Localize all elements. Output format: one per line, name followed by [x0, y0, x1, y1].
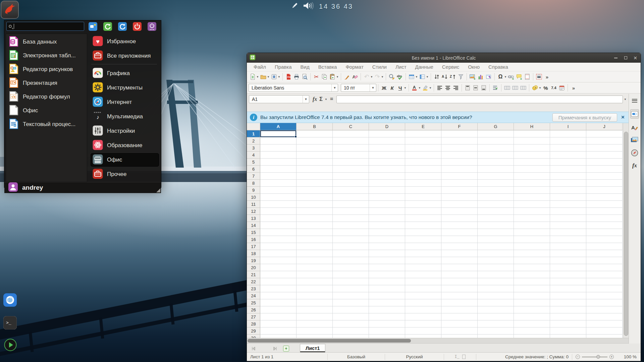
cell-F27[interactable] [441, 313, 478, 320]
cell-E6[interactable] [405, 166, 441, 173]
format-as-date-button[interactable] [558, 83, 566, 92]
cell-E1[interactable] [405, 130, 441, 137]
font-name-combo[interactable]: Liberation Sans ▼ [249, 84, 338, 92]
cell-J3[interactable] [586, 144, 623, 152]
cell-G24[interactable] [478, 292, 514, 299]
row-header-23[interactable]: 23 [247, 285, 260, 292]
cell-D30[interactable] [369, 335, 405, 338]
cell-B19[interactable] [297, 257, 333, 264]
cell-H17[interactable] [514, 243, 550, 250]
user-name[interactable]: andrey [22, 184, 43, 191]
cell-E19[interactable] [405, 257, 441, 264]
cell-C20[interactable] [333, 264, 369, 271]
row-header-15[interactable]: 15 [247, 229, 260, 236]
row-header-18[interactable]: 18 [247, 250, 260, 257]
cell-I26[interactable] [550, 306, 586, 313]
row-header-12[interactable]: 12 [247, 208, 260, 215]
cell-J16[interactable] [586, 236, 623, 243]
cell-F20[interactable] [441, 264, 478, 271]
cell-C25[interactable] [333, 299, 369, 306]
cell-A12[interactable] [260, 208, 297, 215]
italic-button[interactable]: К [388, 83, 396, 92]
unmerge-cells-button[interactable] [519, 83, 527, 92]
menu-Справка[interactable]: Справка [484, 63, 513, 71]
cell-C6[interactable] [333, 166, 369, 173]
category-item-graphics[interactable]: Графика [91, 67, 159, 80]
cell-J18[interactable] [586, 250, 623, 257]
cell-A13[interactable] [260, 215, 297, 222]
cell-I3[interactable] [550, 144, 586, 152]
volume-icon[interactable] [303, 1, 314, 11]
cell-D8[interactable] [369, 180, 405, 187]
row-header-19[interactable]: 19 [247, 257, 260, 264]
cell-J19[interactable] [586, 257, 623, 264]
category-item-office[interactable]: Офис [91, 153, 159, 167]
cell-F6[interactable] [441, 166, 478, 173]
row-header-28[interactable]: 28 [247, 320, 260, 327]
chevron-down-icon[interactable]: ▼ [370, 84, 376, 92]
cell-E17[interactable] [405, 243, 441, 250]
cell-J23[interactable] [586, 285, 623, 292]
cell-A21[interactable] [260, 271, 297, 278]
cell-I15[interactable] [550, 229, 586, 236]
cell-B17[interactable] [297, 243, 333, 250]
cell-C18[interactable] [333, 250, 369, 257]
sort-ascending-button[interactable]: A [441, 72, 449, 81]
cell-H28[interactable] [514, 320, 550, 327]
cell-H22[interactable] [514, 278, 550, 285]
cell-G14[interactable] [478, 222, 514, 229]
cell-F19[interactable] [441, 257, 478, 264]
maximize-button[interactable] [623, 55, 628, 61]
cell-D20[interactable] [369, 264, 405, 271]
export-pdf-button[interactable]: PDF [284, 72, 292, 81]
cell-B16[interactable] [297, 236, 333, 243]
cell-D22[interactable] [369, 278, 405, 285]
cell-G8[interactable] [478, 180, 514, 187]
cell-E11[interactable] [405, 201, 441, 208]
cell-E22[interactable] [405, 278, 441, 285]
category-item-tools[interactable]: Инструменты [91, 81, 159, 95]
cell-F9[interactable] [441, 187, 478, 194]
cell-B11[interactable] [297, 201, 333, 208]
cell-E13[interactable] [405, 215, 441, 222]
new-document-dropdown[interactable]: ▼ [256, 75, 259, 78]
cell-C12[interactable] [333, 208, 369, 215]
insert-row-dropdown[interactable]: ▼ [415, 75, 418, 78]
cell-D13[interactable] [369, 215, 405, 222]
insert-hyperlink-button[interactable]: + [507, 72, 515, 81]
row-header-24[interactable]: 24 [247, 292, 260, 299]
cell-F2[interactable] [441, 137, 478, 144]
cell-E4[interactable] [405, 152, 441, 159]
special-character-button[interactable]: Ω [496, 72, 504, 81]
cell-I16[interactable] [550, 236, 586, 243]
cell-E5[interactable] [405, 159, 441, 166]
autosum-dropdown[interactable]: ▼ [325, 98, 327, 101]
cell-A6[interactable] [260, 166, 297, 173]
cell-A4[interactable] [260, 152, 297, 159]
align-right-button[interactable] [452, 83, 460, 92]
cell-F16[interactable] [441, 236, 478, 243]
align-left-button[interactable] [436, 83, 444, 92]
release-notes-button[interactable]: Примечания к выпуску [552, 113, 617, 122]
cell-H13[interactable] [514, 215, 550, 222]
insert-column-dropdown[interactable]: ▼ [426, 75, 429, 78]
titlebar[interactable]: Без имени 1 - LibreOffice Calc ✕ [247, 53, 641, 63]
row-header-10[interactable]: 10 [247, 194, 260, 201]
cell-A24[interactable] [260, 292, 297, 299]
cell-F11[interactable] [441, 201, 478, 208]
cell-G7[interactable] [478, 173, 514, 180]
cell-H4[interactable] [514, 152, 550, 159]
cell-D18[interactable] [369, 250, 405, 257]
cell-E30[interactable] [405, 335, 441, 338]
cell-D1[interactable] [369, 130, 405, 137]
bold-button[interactable]: Ж [380, 83, 388, 92]
font-color-button[interactable]: A [411, 83, 419, 92]
cell-D6[interactable] [369, 166, 405, 173]
cell-I7[interactable] [550, 173, 586, 180]
save-dropdown[interactable]: ▼ [278, 75, 280, 78]
column-header-H[interactable]: H [514, 123, 550, 130]
cell-E21[interactable] [405, 271, 441, 278]
cell-C17[interactable] [333, 243, 369, 250]
cell-J15[interactable] [586, 229, 623, 236]
cell-E3[interactable] [405, 144, 441, 152]
